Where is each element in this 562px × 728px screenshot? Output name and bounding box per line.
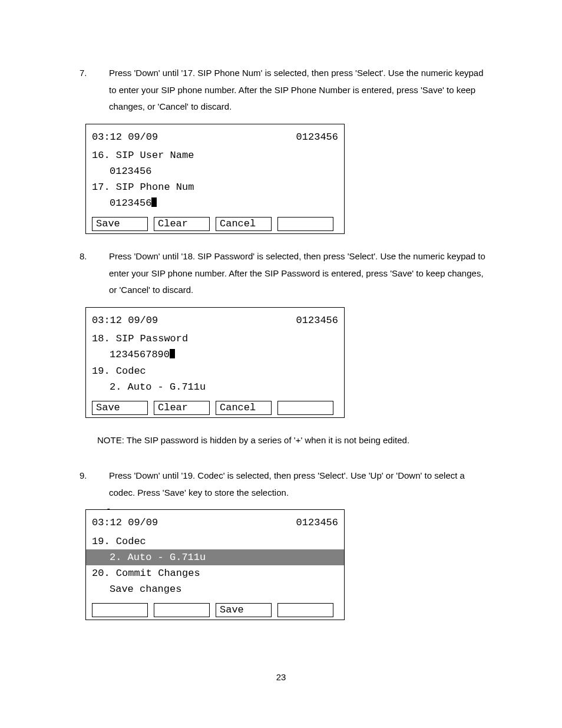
lcd-menu-value: 2. Auto - G.711u [92,379,338,395]
step-9: 9. Press 'Down' until '19. Codec' is sel… [80,467,491,501]
step-number: 8. [80,248,109,299]
cursor-icon [170,349,175,358]
lcd-menu-value: 0123456 [92,163,338,179]
softkey-empty [154,603,210,617]
step-text: Press 'Down' until '18. SIP Password' is… [109,248,491,299]
softkey-empty [277,603,333,617]
lcd-extension: 0123456 [296,129,338,145]
cursor-icon [151,197,157,207]
softkey-cancel: Cancel [216,217,272,231]
document-page: 7. Press 'Down' until '17. SIP Phone Num… [0,0,562,728]
softkey-empty [277,217,333,231]
lcd-menu-item: 19. Codec [92,363,338,379]
step-number: 7. [80,65,109,116]
lcd-time: 03:12 09/09 [92,129,158,145]
step-text: Press 'Down' until '19. Codec' is select… [109,467,491,501]
lcd-selected-value: 2. Auto - G.711u [86,549,344,565]
lcd-extension: 0123456 [296,515,338,531]
softkey-clear: Clear [154,401,210,415]
softkey-row: Save [92,603,338,617]
softkey-empty [277,401,333,415]
softkey-row: Save Clear Cancel [92,401,338,415]
stray-mark: - [106,503,111,516]
softkey-row: Save Clear Cancel [92,217,338,231]
lcd-menu-value: 1234567890 [92,347,338,363]
lcd-menu-item: 17. SIP Phone Num [92,179,338,195]
lcd-header: 03:12 09/09 0123456 [92,129,338,145]
step-text: Press 'Down' until '17. SIP Phone Num' i… [109,65,491,116]
lcd-menu-value: Save changes [92,581,338,597]
lcd-menu-item: 16. SIP User Name [92,147,338,163]
lcd-screen-2: 03:12 09/09 0123456 18. SIP Password 123… [85,307,345,418]
step-8: 8. Press 'Down' until '18. SIP Password'… [80,248,491,299]
lcd-menu-item: 18. SIP Password [92,331,338,347]
lcd-screen-1: 03:12 09/09 0123456 16. SIP User Name 01… [85,124,345,235]
softkey-save: Save [92,217,148,231]
page-number: 23 [0,672,562,682]
note-text: NOTE: The SIP password is hidden by a se… [97,432,491,449]
softkey-empty [92,603,148,617]
lcd-menu-value: 0123456 [92,195,338,211]
lcd-time: 03:12 09/09 [92,515,158,531]
step-7: 7. Press 'Down' until '17. SIP Phone Num… [80,65,491,116]
lcd-header: 03:12 09/09 0123456 [92,312,338,328]
lcd-extension: 0123456 [296,312,338,328]
softkey-clear: Clear [154,217,210,231]
softkey-save: Save [92,401,148,415]
lcd-header: 03:12 09/09 0123456 [92,515,338,531]
lcd-screen-3: - 03:12 09/09 0123456 19. Codec 2. Auto … [85,509,345,620]
softkey-save: Save [216,603,272,617]
softkey-cancel: Cancel [216,401,272,415]
lcd-time: 03:12 09/09 [92,312,158,328]
step-number: 9. [80,467,109,501]
lcd-menu-item: 20. Commit Changes [92,565,338,581]
lcd-menu-item: 19. Codec [92,533,338,549]
